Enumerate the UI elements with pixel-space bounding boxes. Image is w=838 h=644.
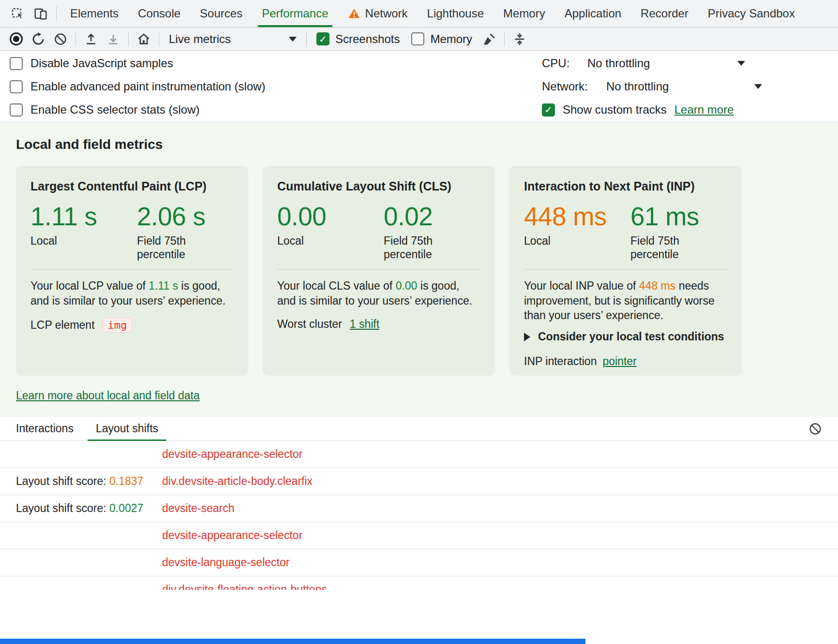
element-link[interactable]: devsite-appearance-selector (162, 448, 302, 461)
setting-label: Disable JavaScript samples (30, 57, 173, 70)
card-title: Largest Contentful Paint (LCP) (30, 179, 234, 193)
show-custom-tracks-checkbox[interactable]: Show custom tracks Learn more (542, 103, 762, 117)
desc-value: 1.11 s (149, 279, 178, 292)
cls-local-value: 0.00 (277, 203, 384, 230)
advanced-paint-checkbox[interactable]: Enable advanced paint instrumentation (s… (10, 80, 266, 93)
tab-privacy-sandbox[interactable]: Privacy Sandbox (698, 0, 805, 27)
cls-description: Your local CLS value of 0.00 is good, an… (277, 278, 480, 308)
score-label: Layout shift score: (16, 475, 109, 487)
tab-application[interactable]: Application (555, 0, 631, 27)
worst-cluster-link[interactable]: 1 shift (350, 318, 379, 331)
network-throttling-value: No throttling (606, 80, 669, 93)
bottom-scrollbar-thumb[interactable] (0, 639, 585, 644)
tab-label: Network (365, 7, 408, 20)
desc-text: Your local INP value of (524, 279, 639, 292)
checkbox-unchecked-icon[interactable] (10, 103, 23, 117)
setting-label: Show custom tracks (563, 103, 667, 117)
card-title: Cumulative Layout Shift (CLS) (277, 179, 480, 193)
disable-js-samples-checkbox[interactable]: Disable JavaScript samples (10, 57, 266, 70)
score-cell: Layout shift score: 0.0027 (16, 502, 162, 515)
element-link[interactable]: devsite-appearance-selector (162, 529, 302, 542)
tab-console[interactable]: Console (128, 0, 190, 27)
record-icon (10, 32, 23, 45)
upload-icon (84, 32, 98, 46)
learn-more-link[interactable]: Learn more (674, 103, 734, 117)
table-row: Layout shift score: 0.0027 devsite-searc… (0, 495, 838, 522)
device-toolbar-button[interactable] (29, 3, 52, 24)
checkbox-unchecked-icon[interactable] (411, 32, 424, 45)
tab-memory[interactable]: Memory (494, 0, 555, 27)
chevron-right-icon (524, 333, 530, 341)
tab-interactions[interactable]: Interactions (16, 417, 74, 440)
lcp-element-link[interactable]: img (103, 318, 133, 333)
tab-sources[interactable]: Sources (190, 0, 252, 27)
tab-label: Sources (200, 7, 242, 20)
tab-recorder[interactable]: Recorder (631, 0, 698, 27)
collapse-tracks-button[interactable] (509, 29, 531, 49)
memory-checkbox[interactable]: Memory (405, 32, 478, 46)
network-label: Network: (542, 80, 599, 93)
network-throttling-select[interactable]: Network: No throttling (542, 80, 762, 93)
tab-performance[interactable]: Performance (252, 0, 338, 27)
live-metrics-dropdown[interactable]: Live metrics (163, 29, 302, 49)
card-title: Interaction to Next Paint (INP) (524, 179, 727, 193)
local-test-conditions-disclosure[interactable]: Consider your local test conditions (524, 330, 727, 343)
metric-card-inp: Interaction to Next Paint (INP) 448 ms L… (509, 166, 742, 376)
home-icon (136, 32, 151, 46)
css-selector-stats-checkbox[interactable]: Enable CSS selector stats (slow) (10, 103, 266, 117)
inspect-element-button[interactable] (6, 3, 29, 24)
tab-label: Elements (70, 7, 119, 20)
garbage-collect-button[interactable] (478, 29, 500, 49)
local-label: Local (277, 234, 384, 248)
local-label: Local (524, 234, 630, 248)
checkbox-checked-icon[interactable] (316, 32, 329, 45)
element-link[interactable]: devsite-search (162, 502, 235, 515)
tab-label: Lighthouse (427, 7, 484, 20)
screenshots-checkbox[interactable]: Screenshots (311, 32, 405, 46)
element-link[interactable]: devsite-language-selector (162, 556, 289, 569)
tab-network[interactable]: Network (338, 0, 418, 27)
tab-label: Application (565, 7, 621, 20)
element-link[interactable]: div.devsite-floating-action-buttons (162, 583, 327, 590)
circle-slash-icon (54, 32, 67, 46)
inp-interaction-link[interactable]: pointer (602, 355, 636, 368)
lcp-local-value: 1.11 s (30, 203, 137, 230)
record-button[interactable] (5, 29, 27, 49)
cpu-throttling-select[interactable]: CPU: No throttling (542, 57, 745, 70)
desc-text: Your local LCP value of (30, 279, 149, 292)
load-profile-button[interactable] (80, 29, 102, 49)
collapse-icon (512, 32, 527, 46)
tab-lighthouse[interactable]: Lighthouse (418, 0, 494, 27)
checkbox-unchecked-icon[interactable] (10, 57, 23, 70)
clear-log-button[interactable] (808, 422, 822, 436)
metric-card-lcp: Largest Contentful Paint (LCP) 1.11 s Lo… (16, 166, 248, 376)
tab-label: Memory (503, 7, 545, 20)
divider (75, 32, 76, 46)
home-button[interactable] (133, 29, 155, 49)
brush-icon (482, 32, 496, 46)
live-metrics-label: Live metrics (169, 32, 231, 46)
checkbox-checked-icon[interactable] (542, 103, 555, 117)
layout-shift-rows: devsite-appearance-selector Layout shift… (0, 441, 838, 590)
divider (306, 32, 307, 46)
element-link[interactable]: div.devsite-article-body.clearfix (162, 475, 313, 488)
learn-more-local-field-link[interactable]: Learn more about local and field data (16, 389, 200, 402)
tab-layout-shifts[interactable]: Layout shifts (96, 417, 158, 440)
capture-settings-pane: Disable JavaScript samples Enable advanc… (0, 51, 838, 122)
reload-icon (31, 32, 45, 46)
tab-elements[interactable]: Elements (60, 0, 128, 27)
divider (30, 269, 234, 270)
checkbox-unchecked-icon[interactable] (10, 80, 23, 93)
shifts-log-section: Interactions Layout shifts devsite-appea… (0, 417, 838, 590)
reload-and-record-button[interactable] (27, 29, 49, 49)
chevron-down-icon (737, 61, 745, 66)
disclosure-label: Consider your local test conditions (538, 330, 724, 343)
save-profile-button[interactable] (102, 29, 124, 49)
cpu-label: CPU: (542, 57, 580, 70)
table-row: devsite-language-selector (0, 549, 838, 576)
divider (128, 32, 129, 46)
panel-tabs: Elements Console Sources Performance Net… (60, 0, 805, 27)
clear-button[interactable] (49, 29, 72, 49)
lcp-element-label: LCP element (30, 319, 95, 332)
divider (277, 269, 480, 270)
